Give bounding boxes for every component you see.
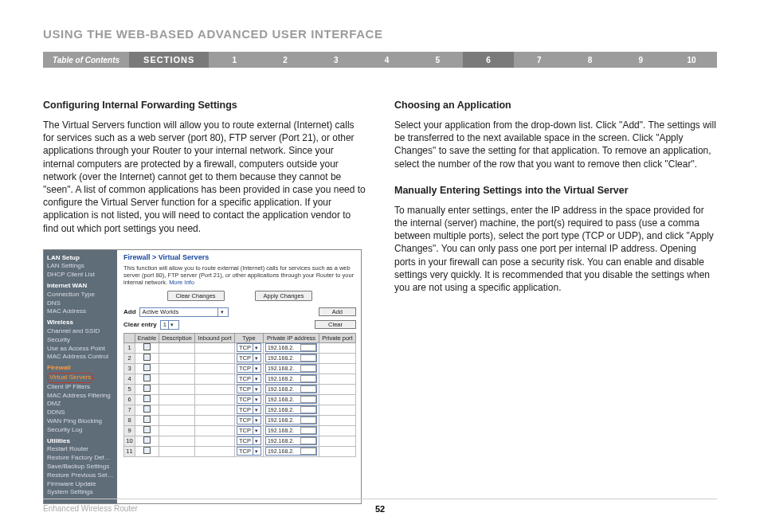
sidebar-item-highlight[interactable]: Virtual Servers bbox=[47, 373, 93, 383]
sidebar-item[interactable]: Save/Backup Settings bbox=[47, 463, 114, 471]
enable-cell[interactable] bbox=[135, 405, 159, 415]
type-cell[interactable]: TCP▾ bbox=[234, 363, 263, 374]
sidebar-item[interactable]: Security Log bbox=[47, 426, 114, 435]
description-cell[interactable] bbox=[159, 436, 195, 446]
sidebar-item[interactable]: DDNS bbox=[47, 409, 114, 417]
enable-cell[interactable] bbox=[135, 415, 159, 425]
private-port-cell[interactable] bbox=[319, 342, 356, 353]
private-ip-cell[interactable]: 192.168.2. bbox=[263, 363, 319, 374]
private-ip-cell[interactable]: 192.168.2. bbox=[263, 436, 319, 446]
inbound-port-cell[interactable] bbox=[195, 353, 235, 363]
section-link-7[interactable]: 7 bbox=[514, 52, 565, 68]
private-port-cell[interactable] bbox=[319, 415, 356, 425]
private-ip-cell[interactable]: 192.168.2. bbox=[263, 405, 319, 415]
type-cell[interactable]: TCP▾ bbox=[234, 405, 263, 415]
type-cell[interactable]: TCP▾ bbox=[234, 446, 263, 456]
add-application-select[interactable]: Active Worlds ▾ bbox=[139, 307, 229, 317]
checkbox-icon[interactable] bbox=[143, 405, 151, 413]
inbound-port-cell[interactable] bbox=[195, 394, 235, 405]
description-cell[interactable] bbox=[159, 353, 195, 363]
sidebar-item[interactable]: Restart Router bbox=[47, 445, 114, 454]
inbound-port-cell[interactable] bbox=[195, 415, 235, 425]
sidebar-item[interactable]: Connection Type bbox=[47, 291, 114, 299]
private-port-cell[interactable] bbox=[319, 374, 356, 384]
inbound-port-cell[interactable] bbox=[195, 374, 235, 384]
enable-cell[interactable] bbox=[135, 446, 159, 456]
checkbox-icon[interactable] bbox=[143, 436, 151, 444]
description-cell[interactable] bbox=[159, 394, 195, 405]
inbound-port-cell[interactable] bbox=[195, 363, 235, 374]
private-port-cell[interactable] bbox=[319, 436, 356, 446]
private-ip-cell[interactable]: 192.168.2. bbox=[263, 342, 319, 353]
checkbox-icon[interactable] bbox=[143, 343, 151, 350]
private-ip-cell[interactable]: 192.168.2. bbox=[263, 425, 319, 436]
enable-cell[interactable] bbox=[135, 363, 159, 374]
type-cell[interactable]: TCP▾ bbox=[234, 374, 263, 384]
section-link-1[interactable]: 1 bbox=[209, 52, 260, 68]
section-link-4[interactable]: 4 bbox=[362, 52, 413, 68]
type-cell[interactable]: TCP▾ bbox=[234, 394, 263, 405]
type-cell[interactable]: TCP▾ bbox=[234, 415, 263, 425]
private-ip-cell[interactable]: 192.168.2. bbox=[263, 446, 319, 456]
sidebar-item[interactable]: WAN Ping Blocking bbox=[47, 417, 114, 426]
clear-button[interactable]: Clear bbox=[315, 320, 356, 329]
sidebar-item[interactable]: DNS bbox=[47, 299, 114, 308]
sidebar-item[interactable]: Restore Factory Defaults bbox=[47, 454, 114, 463]
description-cell[interactable] bbox=[159, 405, 195, 415]
section-link-8[interactable]: 8 bbox=[565, 52, 616, 68]
private-port-cell[interactable] bbox=[319, 384, 356, 394]
toc-link[interactable]: Table of Contents bbox=[43, 52, 129, 68]
sidebar-item[interactable]: Client IP Filters bbox=[47, 383, 114, 392]
type-cell[interactable]: TCP▾ bbox=[234, 425, 263, 436]
section-link-6[interactable]: 6 bbox=[463, 52, 514, 68]
inbound-port-cell[interactable] bbox=[195, 425, 235, 436]
private-ip-cell[interactable]: 192.168.2. bbox=[263, 384, 319, 394]
more-info-link[interactable]: More Info bbox=[169, 279, 194, 286]
sidebar-item[interactable]: DHCP Client List bbox=[47, 271, 114, 280]
enable-cell[interactable] bbox=[135, 374, 159, 384]
enable-cell[interactable] bbox=[135, 384, 159, 394]
enable-cell[interactable] bbox=[135, 394, 159, 405]
description-cell[interactable] bbox=[159, 342, 195, 353]
description-cell[interactable] bbox=[159, 425, 195, 436]
description-cell[interactable] bbox=[159, 446, 195, 456]
checkbox-icon[interactable] bbox=[143, 426, 151, 433]
description-cell[interactable] bbox=[159, 363, 195, 374]
private-ip-cell[interactable]: 192.168.2. bbox=[263, 353, 319, 363]
private-port-cell[interactable] bbox=[319, 446, 356, 456]
apply-changes-button[interactable]: Apply Changes bbox=[255, 291, 313, 301]
checkbox-icon[interactable] bbox=[143, 354, 151, 361]
enable-cell[interactable] bbox=[135, 425, 159, 436]
add-button[interactable]: Add bbox=[319, 307, 356, 316]
type-cell[interactable]: TCP▾ bbox=[234, 436, 263, 446]
sidebar-item[interactable]: MAC Address bbox=[47, 307, 114, 316]
private-ip-cell[interactable]: 192.168.2. bbox=[263, 374, 319, 384]
description-cell[interactable] bbox=[159, 415, 195, 425]
private-port-cell[interactable] bbox=[319, 353, 356, 363]
enable-cell[interactable] bbox=[135, 436, 159, 446]
private-port-cell[interactable] bbox=[319, 425, 356, 436]
enable-cell[interactable] bbox=[135, 353, 159, 363]
type-cell[interactable]: TCP▾ bbox=[234, 342, 263, 353]
inbound-port-cell[interactable] bbox=[195, 446, 235, 456]
description-cell[interactable] bbox=[159, 374, 195, 384]
section-link-5[interactable]: 5 bbox=[412, 52, 463, 68]
checkbox-icon[interactable] bbox=[143, 395, 151, 402]
private-port-cell[interactable] bbox=[319, 363, 356, 374]
clear-changes-button[interactable]: Clear Changes bbox=[167, 291, 225, 301]
sidebar-header-firewall[interactable]: Firewall bbox=[47, 364, 114, 373]
inbound-port-cell[interactable] bbox=[195, 436, 235, 446]
type-cell[interactable]: TCP▾ bbox=[234, 384, 263, 394]
sidebar-item[interactable]: MAC Address Filtering bbox=[47, 392, 114, 401]
sidebar-item[interactable]: MAC Address Control bbox=[47, 353, 114, 362]
checkbox-icon[interactable] bbox=[143, 364, 151, 371]
private-port-cell[interactable] bbox=[319, 394, 356, 405]
sidebar-item[interactable]: DMZ bbox=[47, 400, 114, 409]
sidebar-item[interactable]: Firmware Update bbox=[47, 480, 114, 489]
description-cell[interactable] bbox=[159, 384, 195, 394]
section-link-3[interactable]: 3 bbox=[311, 52, 362, 68]
clear-entry-select[interactable]: 1 ▾ bbox=[160, 320, 179, 330]
checkbox-icon[interactable] bbox=[143, 374, 151, 381]
sidebar-item[interactable]: Security bbox=[47, 336, 114, 345]
checkbox-icon[interactable] bbox=[143, 385, 151, 392]
